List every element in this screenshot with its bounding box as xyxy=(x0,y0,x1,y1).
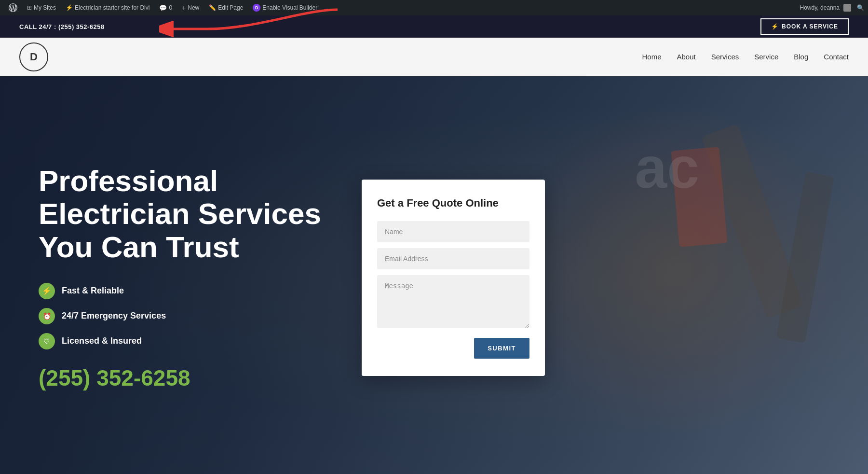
site-name-label: Electrician starter site for Divi xyxy=(75,4,149,11)
enable-vb-label: Enable Visual Builder xyxy=(262,4,317,11)
admin-bar-left: ⊞ My Sites ⚡ Electrician starter site fo… xyxy=(4,0,800,15)
email-input[interactable] xyxy=(377,248,529,269)
feature-fast: ⚡ Fast & Reliable xyxy=(39,283,323,299)
site-logo[interactable]: D xyxy=(19,42,48,71)
my-sites-icon: ⊞ xyxy=(27,4,32,11)
nav-home[interactable]: Home xyxy=(642,53,661,61)
licensed-label: Licensed & Insured xyxy=(62,336,142,346)
comments-icon: 💬 xyxy=(159,4,167,12)
message-textarea[interactable] xyxy=(377,275,529,328)
main-nav: Home About Services Service Blog Contact xyxy=(642,53,849,61)
feature-licensed: 🛡 Licensed & Insured xyxy=(39,333,323,349)
bolt-icon: ⚡ xyxy=(771,23,779,30)
submit-label: SUBMIT xyxy=(488,345,516,352)
quote-form: Get a Free Quote Online SUBMIT xyxy=(362,180,545,376)
nav-contact[interactable]: Contact xyxy=(824,53,849,61)
nav-services[interactable]: Services xyxy=(711,53,739,61)
emergency-label: 24/7 Emergency Services xyxy=(62,311,166,321)
top-bar: CALL 24/7 : (255) 352-6258 ⚡ BOOK A SERV… xyxy=(0,15,868,38)
pencil-icon: ✏️ xyxy=(209,4,216,11)
hero-phone-number[interactable]: (255) 352-6258 xyxy=(39,365,323,391)
submit-button[interactable]: SUBMIT xyxy=(474,338,529,359)
shield-icon: 🛡 xyxy=(39,333,55,349)
edit-page-button[interactable]: ✏️ Edit Page xyxy=(204,0,248,15)
comments-count: 0 xyxy=(169,4,172,11)
book-service-label: BOOK A SERVICE xyxy=(782,23,838,30)
logo-letter: D xyxy=(30,51,38,63)
hero-section: ac Professional Electrician Services You… xyxy=(0,76,868,474)
hero-content: Professional Electrician Services You Ca… xyxy=(0,165,362,391)
hero-title-line1: Professional xyxy=(39,164,218,197)
fast-label: Fast & Reliable xyxy=(62,286,124,296)
hero-features: ⚡ Fast & Reliable ⏰ 24/7 Emergency Servi… xyxy=(39,283,323,349)
admin-bar: ⊞ My Sites ⚡ Electrician starter site fo… xyxy=(0,0,868,15)
fast-icon: ⚡ xyxy=(39,283,55,299)
plus-icon: + xyxy=(182,4,186,12)
new-label: New xyxy=(188,4,199,11)
name-input[interactable] xyxy=(377,221,529,242)
feature-247: ⏰ 24/7 Emergency Services xyxy=(39,308,323,324)
my-sites-label: My Sites xyxy=(34,4,56,11)
site-name-button[interactable]: ⚡ Electrician starter site for Divi xyxy=(61,0,154,15)
nav-about[interactable]: About xyxy=(677,53,696,61)
hero-title-line3: You Can Trust xyxy=(39,230,239,264)
my-sites-button[interactable]: ⊞ My Sites xyxy=(22,0,61,15)
hero-title-line2: Electrician Services xyxy=(39,197,321,230)
nav-service[interactable]: Service xyxy=(754,53,778,61)
phone-number: CALL 24/7 : (255) 352-6258 xyxy=(19,23,105,30)
wordpress-logo-button[interactable] xyxy=(4,0,22,15)
edit-page-label: Edit Page xyxy=(218,4,243,11)
divi-icon: D xyxy=(253,4,260,12)
admin-bar-right: Howdy, deanna 🔍 xyxy=(800,4,865,12)
nav-bar: D Home About Services Service Blog Conta… xyxy=(0,38,868,76)
site-icon: ⚡ xyxy=(66,4,73,11)
wordpress-icon xyxy=(9,3,17,12)
comments-button[interactable]: 💬 0 xyxy=(154,0,177,15)
howdy-text: Howdy, deanna xyxy=(800,4,840,11)
emergency-icon: ⏰ xyxy=(39,308,55,324)
enable-visual-builder-button[interactable]: D Enable Visual Builder xyxy=(248,0,322,15)
avatar xyxy=(843,4,851,12)
search-icon[interactable]: 🔍 xyxy=(857,4,864,11)
hero-title: Professional Electrician Services You Ca… xyxy=(39,165,323,264)
quote-form-title: Get a Free Quote Online xyxy=(377,197,529,209)
nav-blog[interactable]: Blog xyxy=(794,53,808,61)
book-service-button[interactable]: ⚡ BOOK A SERVICE xyxy=(760,18,849,35)
new-content-button[interactable]: + New xyxy=(177,0,204,15)
